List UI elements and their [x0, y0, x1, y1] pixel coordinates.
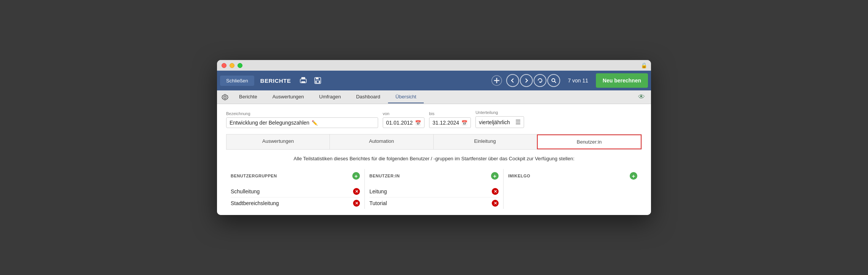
tab-auswertungen[interactable]: Auswertungen — [265, 91, 312, 103]
calendar-icon-von[interactable]: 📅 — [415, 120, 421, 126]
unterteilung-value: vierteljährlich — [479, 119, 510, 125]
traffic-light-green[interactable] — [238, 63, 242, 68]
svg-rect-7 — [317, 81, 319, 83]
lock-icon: 🔒 — [641, 62, 647, 68]
list-item: Stadtbereichsleitung ✕ — [231, 198, 360, 209]
app-window: 🔒 Schließen BERICHTE — [217, 60, 651, 215]
calendar-icon-bis[interactable]: 📅 — [461, 120, 467, 126]
imikelgo-add-button[interactable]: + — [630, 172, 637, 180]
tab-dashboard[interactable]: Dashboard — [348, 91, 388, 103]
berichte-label: BERICHTE — [260, 77, 291, 84]
von-group: von 01.01.2012 📅 — [383, 111, 424, 128]
list-item: Schulleitung ✕ — [231, 186, 360, 198]
report-header-fields: Bezeichnung Entwicklung der Belegungszah… — [226, 110, 642, 128]
nav-buttons — [506, 74, 560, 87]
list-item: Tutorial ✕ — [369, 198, 499, 209]
bis-field[interactable]: 31.12.2024 📅 — [429, 117, 471, 128]
list-icon[interactable]: ☰ — [515, 119, 521, 126]
section-tabbar: Auswertungen Automation Einleitung Benut… — [226, 134, 642, 150]
benutzergruppen-header: BENUTZERGRUPPEN + — [231, 169, 360, 183]
von-value: 01.01.2012 — [386, 120, 413, 126]
item-label: Leitung — [369, 188, 387, 194]
section-tab-benutzer-in[interactable]: Benutzer:in — [537, 134, 641, 149]
tab-ubersicht[interactable]: Übersicht — [388, 91, 424, 103]
bezeichnung-field[interactable]: Entwicklung der Belegungszahlen ✏️ — [226, 117, 378, 128]
main-tabbar: Berichte Auswertungen Umfragen Dashboard… — [217, 90, 651, 104]
bezeichnung-label: Bezeichnung — [226, 111, 378, 116]
remove-stadtbereichsleitung-button[interactable]: ✕ — [353, 200, 360, 207]
add-button[interactable] — [489, 73, 505, 88]
von-label: von — [383, 111, 424, 116]
remove-schulleitung-button[interactable]: ✕ — [353, 188, 360, 195]
von-field[interactable]: 01.01.2012 📅 — [383, 117, 424, 128]
svg-rect-1 — [301, 81, 305, 83]
bezeichnung-value: Entwicklung der Belegungszahlen — [230, 120, 309, 126]
section-tab-einleitung[interactable]: Einleitung — [434, 134, 537, 149]
unterteilung-field[interactable]: vierteljährlich ☰ — [475, 116, 524, 128]
print-button[interactable] — [297, 75, 310, 86]
save-button[interactable] — [311, 75, 324, 86]
benutzer-in-add-button[interactable]: + — [491, 172, 499, 180]
bis-value: 31.12.2024 — [432, 120, 459, 126]
back-button[interactable] — [506, 74, 519, 87]
bis-label: bis — [429, 111, 471, 116]
svg-point-3 — [304, 80, 305, 81]
item-label: Stadtbereichsleitung — [231, 200, 279, 206]
titlebar: 🔒 — [217, 60, 651, 71]
user-groups-section: BENUTZERGRUPPEN + Schulleitung ✕ Stadtbe… — [226, 169, 642, 209]
traffic-light-red[interactable] — [222, 63, 227, 68]
remove-tutorial-button[interactable]: ✕ — [492, 200, 499, 207]
section-tab-auswertungen[interactable]: Auswertungen — [227, 134, 330, 149]
bis-group: bis 31.12.2024 📅 — [429, 111, 471, 128]
benutzer-in-title: BENUTZER:IN — [369, 174, 400, 178]
traffic-light-yellow[interactable] — [230, 63, 234, 68]
neu-berechnen-button[interactable]: Neu berechnen — [596, 73, 648, 88]
svg-rect-5 — [316, 77, 319, 79]
imikelgo-header: IMIKELGO + — [508, 169, 637, 183]
svg-rect-2 — [301, 77, 305, 79]
unterteilung-label: Unterteilung — [475, 110, 524, 115]
imikelgo-title: IMIKELGO — [508, 174, 530, 178]
description-text: Alle Teilstatistiken dieses Berichtes fü… — [226, 156, 642, 161]
schliessen-button[interactable]: Schließen — [220, 76, 254, 86]
tab-berichte[interactable]: Berichte — [231, 91, 265, 103]
benutzer-in-column: BENUTZER:IN + Leitung ✕ Tutorial ✕ — [365, 169, 504, 209]
section-tab-automation[interactable]: Automation — [330, 134, 433, 149]
imikelgo-column: IMIKELGO + — [504, 169, 642, 209]
settings-icon-button[interactable] — [219, 92, 231, 102]
svg-point-12 — [552, 79, 555, 82]
item-label: Tutorial — [369, 200, 387, 206]
benutzergruppen-add-button[interactable]: + — [352, 172, 360, 180]
benutzergruppen-column: BENUTZERGRUPPEN + Schulleitung ✕ Stadtbe… — [226, 169, 365, 209]
unterteilung-group: Unterteilung vierteljährlich ☰ — [475, 110, 524, 128]
page-counter: 7 von 11 — [568, 77, 588, 84]
item-label: Schulleitung — [231, 188, 260, 194]
benutzer-in-header: BENUTZER:IN + — [369, 169, 499, 183]
forward-button[interactable] — [520, 74, 533, 87]
tab-umfragen[interactable]: Umfragen — [312, 91, 348, 103]
svg-point-14 — [224, 96, 226, 98]
svg-line-13 — [554, 81, 556, 83]
svg-rect-8 — [318, 78, 319, 79]
eye-icon[interactable]: 👁 — [638, 93, 649, 101]
list-item: Leitung ✕ — [369, 186, 499, 198]
main-content: Bezeichnung Entwicklung der Belegungszah… — [217, 104, 651, 215]
search-button[interactable] — [547, 74, 560, 87]
bezeichnung-group: Bezeichnung Entwicklung der Belegungszah… — [226, 111, 378, 128]
refresh-button[interactable] — [534, 74, 546, 87]
main-toolbar: Schließen BERICHTE — [217, 71, 651, 90]
benutzergruppen-title: BENUTZERGRUPPEN — [231, 174, 277, 178]
remove-leitung-button[interactable]: ✕ — [492, 188, 499, 195]
pencil-icon[interactable]: ✏️ — [312, 120, 318, 126]
